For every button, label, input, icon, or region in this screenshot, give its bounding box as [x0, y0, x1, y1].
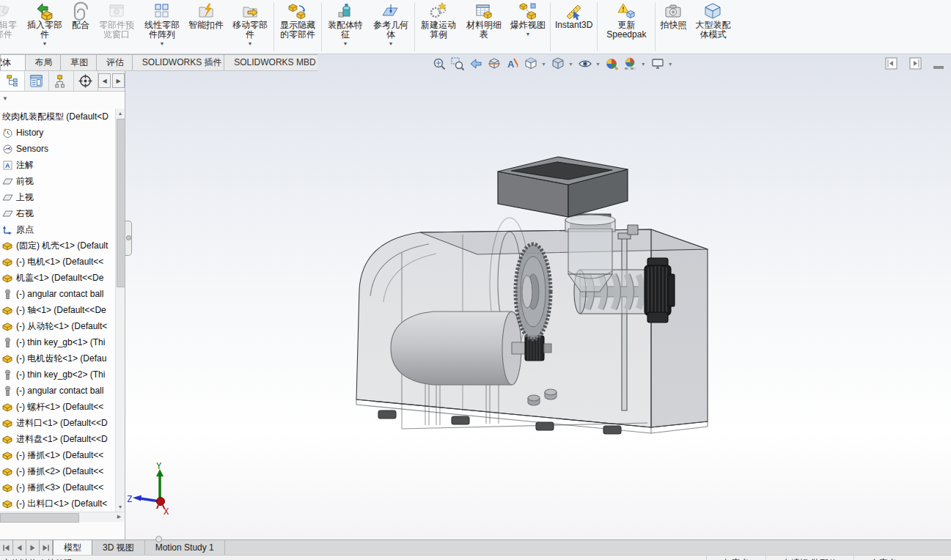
headsup-previous-view-icon[interactable] [468, 56, 484, 72]
scroll-up-icon[interactable]: ▲ [116, 108, 125, 118]
toolbar-button-insert-component[interactable]: 插入零部件▼ [22, 0, 67, 54]
dropdown-caret-icon[interactable]: ▼ [568, 62, 573, 67]
toolbar-button-edit-component[interactable]: 编辑零部件 [0, 0, 22, 54]
toolbar-button-bill-of-materials[interactable]: 材料明细表 [461, 0, 507, 54]
flyout-featuremanager-arrow-icon[interactable]: ▼ [2, 95, 8, 102]
panel-splitter[interactable] [125, 221, 132, 256]
toolbar-button-move-component[interactable]: 移动零部件▼ [227, 0, 273, 54]
panel-tab-scroll-right-icon[interactable]: ▶ [112, 73, 125, 88]
toolbar-button-large-assembly-mode[interactable]: 大型装配体模式 [690, 0, 735, 54]
toolbar-button-instant3d[interactable]: Instant3D [551, 0, 596, 54]
headsup-display-style-icon[interactable] [550, 56, 566, 72]
dropdown-caret-icon[interactable]: ▼ [541, 62, 546, 67]
tree-item[interactable]: (-) angular contact ball [0, 383, 115, 399]
toolbar-button-reference-geometry[interactable]: 参考几何体▼ [368, 0, 414, 54]
tab-SOLIDWORKS 插件[interactable]: SOLIDWORKS 插件 [132, 54, 224, 70]
tree-item[interactable]: (-) thin key_gb<2> (Thi [0, 366, 115, 383]
tree-vertical-scrollbar[interactable]: ▲ ▼ [115, 108, 125, 512]
tree-item[interactable]: 前视 [0, 173, 115, 189]
tree-item[interactable]: Sensors [0, 141, 115, 157]
dropdown-caret-icon[interactable]: ▼ [160, 42, 165, 46]
panel-tab-configurationmanager[interactable] [49, 70, 74, 91]
vscroll-thumb[interactable] [117, 119, 125, 287]
dropdown-caret-icon[interactable]: ▼ [248, 42, 253, 46]
tab-scroll-next-icon[interactable] [26, 540, 40, 556]
tree-item[interactable]: (-) 电机齿轮<1> (Defau [0, 350, 115, 366]
tree-item[interactable]: 进料盘<1> (Default<<D [0, 431, 115, 447]
headsup-hide-show-items-icon[interactable] [577, 56, 593, 72]
tree-item[interactable]: (-) angular contact ball [0, 286, 115, 302]
toolbar-button-take-snapshot[interactable]: 拍快照 [656, 0, 690, 54]
scroll-right-icon[interactable]: ▶ [114, 512, 124, 521]
expand-pane-left-icon[interactable] [885, 57, 897, 73]
scroll-down-icon[interactable]: ▼ [116, 502, 125, 512]
tree-item[interactable]: A注解 [0, 157, 115, 173]
toolbar-button-new-motion-study[interactable]: 新建运动算例 [416, 0, 461, 54]
meat-grinder-assembly-model[interactable] [125, 54, 951, 539]
tree-item[interactable]: (-) 电机<1> (Default<< [0, 254, 115, 270]
tab-scroll-first-icon[interactable] [0, 540, 13, 556]
panel-tab-dimxpertmanager[interactable] [74, 70, 99, 91]
tree-item[interactable]: 进料口<1> (Default<<D [0, 415, 115, 431]
toolbar-button-linear-component-pattern[interactable]: 线性零部件阵列▼ [139, 0, 185, 54]
tree-item[interactable]: (-) 播抓<1> (Default<< [0, 447, 115, 463]
dropdown-caret-icon[interactable]: ▼ [526, 32, 531, 37]
tree-item[interactable]: 原点 [0, 221, 115, 237]
toolbar-button-mate[interactable]: 配合 [67, 0, 94, 54]
toolbar-button-update-speedpak[interactable]: 更新 Speedpak [598, 0, 654, 54]
tree-item[interactable]: 上视 [0, 189, 115, 205]
tree-root-assembly[interactable]: 绞肉机装配模型 (Default<D [0, 108, 115, 125]
bottom-tab-Motion Study 1[interactable]: Motion Study 1 [145, 540, 225, 556]
status-item[interactable]: 自定义▲ [853, 556, 938, 560]
headsup-apply-scene-icon[interactable] [623, 56, 639, 72]
tree-item[interactable]: History [0, 125, 115, 141]
toolbar-button-component-preview-window[interactable]: 零部件预览窗口 [94, 0, 139, 54]
dropdown-caret-icon[interactable]: ▼ [389, 42, 394, 46]
tree-item[interactable]: (-) 播抓<3> (Default<< [0, 479, 115, 495]
headsup-section-view-icon[interactable] [486, 56, 502, 72]
dropdown-caret-icon[interactable]: ▼ [668, 62, 673, 67]
headsup-zoom-to-area-icon[interactable] [449, 56, 466, 72]
headsup-zoom-to-fit-icon[interactable] [431, 56, 447, 72]
tree-item[interactable]: (-) 螺杆<1> (Default<< [0, 399, 115, 415]
dropdown-caret-icon[interactable]: ▼ [641, 62, 646, 67]
headsup-view-orientation-icon[interactable] [523, 56, 539, 72]
toolbar-button-show-hidden-components[interactable]: 显示隐藏的零部件 [275, 0, 320, 54]
headsup-edit-appearance-icon[interactable] [604, 56, 620, 72]
bottom-tab-模型[interactable]: 模型 [53, 540, 92, 556]
tree-item[interactable]: (-) 播抓<2> (Default<< [0, 463, 115, 479]
graphics-viewport[interactable]: A▼▼▼▼▼ Y Z X [125, 54, 951, 539]
toolbar-button-exploded-view[interactable]: 爆炸视图▼ [507, 0, 549, 54]
tab-装配体[interactable]: 装配体 [0, 54, 26, 70]
tab-scroll-prev-icon[interactable] [13, 540, 26, 556]
tab-SOLIDWORKS MBD[interactable]: SOLIDWORKS MBD [224, 54, 317, 70]
toolbar-button-smart-fasteners[interactable]: 智能扣件 [185, 0, 227, 54]
tree-horizontal-scrollbar[interactable]: ▶ [0, 512, 124, 522]
dropdown-caret-icon[interactable]: ▼ [43, 42, 48, 46]
tree-item[interactable]: 右视 [0, 205, 115, 221]
expand-pane-right-icon[interactable] [909, 57, 922, 73]
minimize-icon[interactable] [933, 66, 944, 69]
motionmanager-splitter[interactable] [155, 536, 162, 542]
tree-item[interactable]: (-) 轴<1> (Default<<De [0, 302, 115, 318]
tab-草图[interactable]: 草图 [60, 54, 97, 70]
headsup-dynamic-annotation-views-icon[interactable]: A [504, 56, 521, 72]
panel-tab-propertymanager[interactable] [25, 70, 50, 91]
panel-tab-featuremanager-tree[interactable] [0, 70, 25, 91]
headsup-view-settings-icon[interactable] [650, 56, 666, 72]
tree-item[interactable]: (-) 出料口<1> (Default< [0, 495, 115, 512]
dropdown-caret-icon[interactable]: ▼ [595, 62, 601, 67]
tab-scroll-last-icon[interactable] [40, 540, 53, 556]
tree-item[interactable]: (-) thin key_gb<1> (Thi [0, 334, 115, 350]
tree-item[interactable]: (固定) 机壳<1> (Default [0, 237, 115, 254]
tree-item[interactable]: (-) 从动轮<1> (Default< [0, 318, 115, 334]
tree-item-label: (-) 电机<1> (Default<< [16, 256, 103, 268]
bottom-tab-3D 视图[interactable]: 3D 视图 [92, 540, 145, 556]
tab-布局[interactable]: 布局 [25, 54, 62, 70]
toolbar-button-assembly-features[interactable]: 装配体特征▼ [323, 0, 368, 54]
tab-评估[interactable]: 评估 [96, 54, 133, 70]
panel-tab-scroll-left-icon[interactable]: ◀ [98, 73, 111, 88]
hscroll-thumb[interactable] [0, 513, 79, 523]
dropdown-caret-icon[interactable]: ▼ [343, 42, 348, 46]
tree-item[interactable]: 机盖<1> (Default<<De [0, 270, 115, 286]
